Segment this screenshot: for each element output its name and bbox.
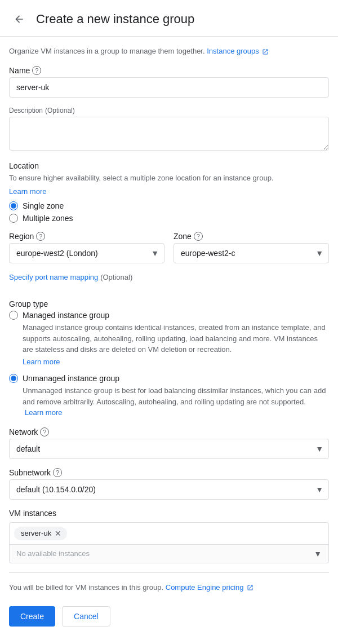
subnetwork-help-icon[interactable]: ?	[53, 468, 62, 477]
name-label: Name ?	[9, 66, 329, 75]
description-label: Description (Optional)	[9, 107, 329, 114]
port-mapping-row: Specify port name mapping (Optional)	[9, 272, 329, 290]
unmanaged-radio[interactable]	[9, 374, 18, 383]
location-description: To ensure higher availability, select a …	[9, 173, 329, 184]
location-title: Location	[9, 161, 329, 170]
zone-group: Zone ? europe-west2-c ▼	[174, 232, 329, 263]
vm-instances-container: server-uk ✕ No available instances ▼	[9, 522, 329, 563]
single-zone-option[interactable]: Single zone	[9, 201, 329, 210]
no-instances-row: No available instances ▼	[9, 545, 329, 563]
create-button[interactable]: Create	[9, 606, 55, 627]
vm-instances-section: VM instances server-uk ✕ No available in…	[9, 509, 329, 563]
region-help-icon[interactable]: ?	[36, 232, 45, 241]
region-select-wrapper: europe-west2 (London) ▼	[9, 243, 164, 263]
description-input[interactable]	[9, 117, 329, 151]
group-type-title: Group type	[9, 299, 329, 308]
zone-help-icon[interactable]: ?	[194, 232, 203, 241]
instance-groups-link[interactable]: Instance groups	[207, 47, 259, 55]
back-button[interactable]	[9, 9, 29, 29]
region-group: Region ? europe-west2 (London) ▼	[9, 232, 164, 263]
group-type-section: Group type Managed instance group Manage…	[9, 299, 329, 418]
vm-chip: server-uk ✕	[14, 527, 67, 540]
network-select[interactable]: default	[9, 439, 329, 459]
description-group: Description (Optional)	[9, 107, 329, 152]
subnetwork-select-wrapper: default (10.154.0.0/20) ▼	[9, 479, 329, 500]
instances-dropdown-arrow: ▼	[314, 549, 322, 558]
location-section: Location To ensure higher availability, …	[9, 161, 329, 223]
single-zone-radio[interactable]	[9, 201, 18, 210]
network-help-icon[interactable]: ?	[40, 427, 49, 436]
network-label: Network ?	[9, 427, 329, 436]
network-select-wrapper: default ▼	[9, 439, 329, 459]
network-group: Network ? default ▼	[9, 427, 329, 459]
footer-actions: Create Cancel	[9, 602, 329, 640]
cancel-button[interactable]: Cancel	[62, 606, 110, 627]
multiple-zones-radio[interactable]	[9, 214, 18, 223]
vm-instances-title: VM instances	[9, 509, 329, 518]
region-zone-row: Region ? europe-west2 (London) ▼ Zone ? …	[9, 232, 329, 263]
name-group: Name ?	[9, 66, 329, 98]
billing-note: You will be billed for VM instances in t…	[9, 572, 329, 602]
region-label: Region ?	[9, 232, 164, 241]
port-mapping-link[interactable]: Specify port name mapping	[9, 273, 98, 281]
no-instances-text: No available instances	[16, 549, 314, 558]
chip-close-button[interactable]: ✕	[54, 529, 63, 538]
zone-label: Zone ?	[174, 232, 329, 241]
multiple-zones-option[interactable]: Multiple zones	[9, 214, 329, 223]
subnetwork-label: Subnetwork ?	[9, 468, 329, 477]
subnetwork-group: Subnetwork ? default (10.154.0.0/20) ▼	[9, 468, 329, 500]
subnetwork-select[interactable]: default (10.154.0.0/20)	[9, 479, 329, 500]
page-header: Create a new instance group	[0, 0, 338, 37]
managed-group-option: Managed instance group Managed instance …	[9, 311, 329, 367]
main-content: Organize VM instances in a group to mana…	[0, 37, 338, 563]
location-radio-group: Single zone Multiple zones	[9, 201, 329, 223]
compute-engine-pricing-link[interactable]: Compute Engine pricing	[166, 583, 244, 592]
intro-text: Organize VM instances in a group to mana…	[9, 46, 329, 57]
unmanaged-group-desc: Unmanaged instance group is best for loa…	[9, 385, 329, 418]
managed-group-desc: Managed instance group contains identica…	[9, 322, 329, 367]
footer-section: You will be billed for VM instances in t…	[0, 572, 338, 641]
pricing-external-link-icon	[247, 584, 254, 591]
location-learn-more[interactable]: Learn more	[9, 187, 46, 196]
page-title: Create a new instance group	[36, 12, 194, 27]
name-help-icon[interactable]: ?	[32, 66, 41, 75]
external-link-icon	[262, 48, 269, 55]
region-select[interactable]: europe-west2 (London)	[9, 243, 164, 263]
managed-radio[interactable]	[9, 311, 18, 320]
chip-container[interactable]: server-uk ✕	[9, 522, 329, 545]
unmanaged-learn-more[interactable]: Learn more	[25, 407, 62, 418]
zone-select[interactable]: europe-west2-c	[174, 243, 329, 263]
unmanaged-group-option: Unmanaged instance group Unmanaged insta…	[9, 374, 329, 418]
name-input[interactable]	[9, 77, 329, 98]
zone-select-wrapper: europe-west2-c ▼	[174, 243, 329, 263]
managed-learn-more[interactable]: Learn more	[23, 356, 60, 368]
